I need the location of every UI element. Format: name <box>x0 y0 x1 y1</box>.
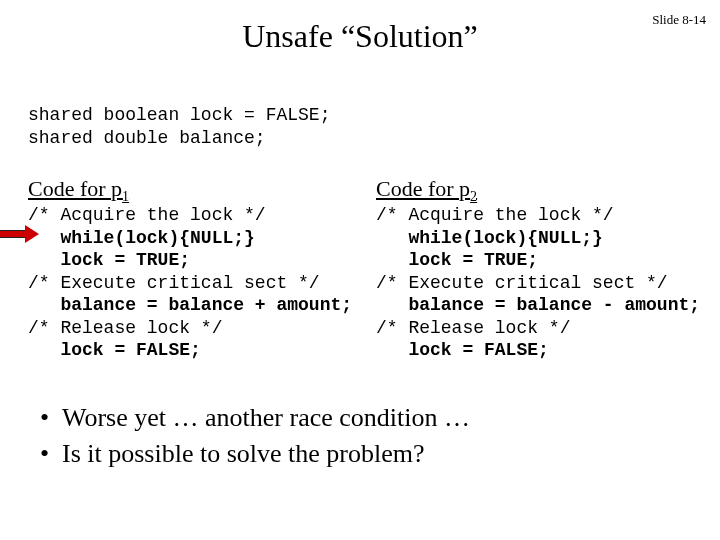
code-line: lock = FALSE; <box>376 340 549 360</box>
column-2-heading-text: Code for p <box>376 176 470 201</box>
column-1-heading-text: Code for p <box>28 176 122 201</box>
code-line: lock = TRUE; <box>28 250 190 270</box>
code-line: while(lock){NULL;} <box>376 228 603 248</box>
code-line: lock = TRUE; <box>376 250 538 270</box>
code-block-p2: /* Acquire the lock */ while(lock){NULL;… <box>376 204 700 362</box>
code-line: /* Release lock */ <box>376 318 570 338</box>
shared-declarations: shared boolean lock = FALSE; shared doub… <box>28 104 330 149</box>
column-1-heading-sub: 1 <box>122 189 129 204</box>
bullet-text: Worse yet … another race condition … <box>62 400 470 436</box>
code-line: /* Acquire the lock */ <box>376 205 614 225</box>
column-2-heading-sub: 2 <box>470 189 477 204</box>
code-line: /* Execute critical sect */ <box>28 273 320 293</box>
slide: Slide 8-14 Unsafe “Solution” shared bool… <box>0 0 720 540</box>
column-1-heading: Code for p1 <box>28 176 129 205</box>
code-line: /* Release lock */ <box>28 318 222 338</box>
code-line: balance = balance - amount; <box>376 295 700 315</box>
code-block-p1: /* Acquire the lock */ while(lock){NULL;… <box>28 204 352 362</box>
code-line: /* Acquire the lock */ <box>28 205 266 225</box>
code-line: balance = balance + amount; <box>28 295 352 315</box>
bullet-dot-icon: • <box>40 436 62 472</box>
slide-title: Unsafe “Solution” <box>0 18 720 55</box>
bullet-dot-icon: • <box>40 400 62 436</box>
code-line: lock = FALSE; <box>28 340 201 360</box>
bullet-item: • Is it possible to solve the problem? <box>40 436 470 472</box>
bullet-list: • Worse yet … another race condition … •… <box>40 400 470 473</box>
bullet-item: • Worse yet … another race condition … <box>40 400 470 436</box>
code-line: while(lock){NULL;} <box>28 228 255 248</box>
column-2-heading: Code for p2 <box>376 176 477 205</box>
bullet-text: Is it possible to solve the problem? <box>62 436 425 472</box>
code-line: /* Execute critical sect */ <box>376 273 668 293</box>
